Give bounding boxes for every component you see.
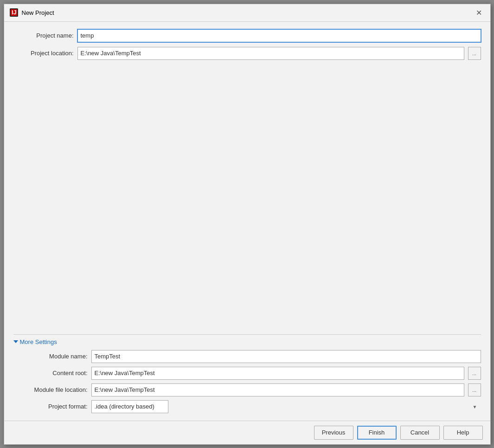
project-name-row: Project name:: [13, 29, 481, 42]
module-file-location-browse-button[interactable]: ...: [468, 383, 481, 396]
project-location-input[interactable]: [77, 47, 464, 60]
help-button[interactable]: Help: [443, 426, 483, 440]
more-settings-fields: Module name: Content root: ... Module fi…: [13, 350, 481, 413]
dialog-footer: Previous Finish Cancel Help: [4, 421, 490, 444]
dialog-body: Project name: Project location: ... More…: [4, 22, 490, 421]
finish-button[interactable]: Finish: [357, 426, 397, 440]
dialog-title: New Project: [22, 9, 54, 16]
previous-button[interactable]: Previous: [314, 426, 353, 440]
project-name-input[interactable]: [77, 29, 481, 42]
project-name-label: Project name:: [13, 32, 74, 39]
module-name-label: Module name:: [13, 353, 88, 360]
project-format-select-wrapper: .idea (directory based) .ipr (file based…: [91, 400, 481, 413]
new-project-dialog: IJ New Project ✕ Project name: Project l…: [4, 4, 491, 445]
project-format-select[interactable]: .idea (directory based) .ipr (file based…: [91, 400, 168, 413]
project-location-browse-button[interactable]: ...: [468, 47, 481, 60]
title-bar: IJ New Project ✕: [4, 4, 490, 22]
content-root-label: Content root:: [13, 370, 88, 377]
svg-text:IJ: IJ: [12, 9, 17, 16]
cancel-button[interactable]: Cancel: [400, 426, 440, 440]
content-root-browse-button[interactable]: ...: [468, 367, 481, 380]
project-location-label: Project location:: [13, 50, 74, 57]
content-root-row: Content root: ...: [13, 367, 481, 380]
module-name-input[interactable]: [91, 350, 481, 363]
module-name-row: Module name:: [13, 350, 481, 363]
module-file-location-label: Module file location:: [13, 386, 88, 393]
more-settings-toggle[interactable]: More Settings: [13, 338, 481, 345]
module-file-location-row: Module file location: ...: [13, 383, 481, 396]
more-settings-label: More Settings: [20, 338, 57, 345]
spacer: [13, 65, 481, 330]
content-root-input[interactable]: [91, 367, 464, 380]
title-bar-left: IJ New Project: [10, 8, 54, 17]
project-location-row: Project location: ...: [13, 47, 481, 60]
app-icon: IJ: [10, 8, 18, 17]
expand-icon: [13, 340, 18, 343]
module-file-location-input[interactable]: [91, 383, 464, 396]
close-button[interactable]: ✕: [474, 7, 485, 18]
project-format-label: Project format:: [13, 403, 88, 410]
more-settings-section: More Settings Module name: Content root:…: [13, 334, 481, 413]
project-format-row: Project format: .idea (directory based) …: [13, 400, 481, 413]
